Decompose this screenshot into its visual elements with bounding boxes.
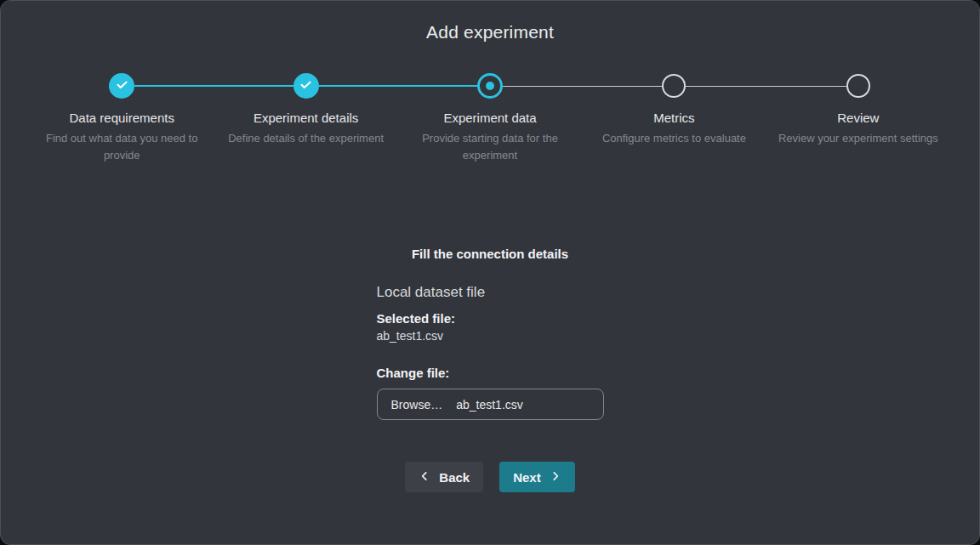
selected-file-label: Selected file: bbox=[377, 310, 604, 327]
step-label: Review bbox=[837, 110, 879, 126]
step-upcoming-indicator bbox=[846, 74, 870, 98]
chevron-left-icon bbox=[419, 470, 430, 485]
next-button[interactable]: Next bbox=[499, 462, 575, 492]
step-upcoming-indicator bbox=[662, 74, 686, 98]
wizard-stepper: Data requirements Find out what data you… bbox=[1, 72, 979, 164]
step-track bbox=[582, 72, 766, 99]
check-icon bbox=[115, 77, 129, 95]
browse-button[interactable]: Browse… bbox=[391, 398, 443, 412]
change-file-label: Change file: bbox=[377, 365, 604, 382]
step-track bbox=[30, 72, 214, 99]
dialog-title: Add experiment bbox=[1, 20, 979, 45]
next-button-label: Next bbox=[513, 470, 541, 485]
check-icon bbox=[299, 77, 313, 95]
file-input-filename: ab_test1.csv bbox=[456, 398, 523, 412]
step-label: Data requirements bbox=[70, 110, 174, 126]
step-review[interactable]: Review Review your experiment settings bbox=[766, 72, 950, 164]
step-description: Find out what data you need to provide bbox=[37, 130, 207, 164]
step-description: Review your experiment settings bbox=[778, 130, 938, 147]
dot-icon bbox=[486, 82, 494, 90]
step-label: Metrics bbox=[653, 110, 694, 126]
step-experiment-data[interactable]: Experiment data Provide starting data fo… bbox=[398, 72, 582, 164]
step-current-indicator bbox=[477, 73, 503, 99]
local-dataset-file-label: Local dataset file bbox=[377, 283, 604, 302]
step-description: Define details of the experiment bbox=[228, 130, 384, 147]
step-track bbox=[398, 72, 582, 99]
back-button[interactable]: Back bbox=[405, 462, 483, 492]
step-track bbox=[214, 72, 397, 99]
back-button-label: Back bbox=[439, 470, 470, 485]
selected-file-value: ab_test1.csv bbox=[377, 327, 604, 344]
add-experiment-dialog: Add experiment Data requirements Find ou… bbox=[0, 0, 980, 545]
step-data-requirements[interactable]: Data requirements Find out what data you… bbox=[30, 72, 214, 164]
step-description: Configure metrics to evaluate bbox=[602, 130, 746, 147]
step-label: Experiment details bbox=[254, 110, 358, 126]
step-experiment-details[interactable]: Experiment details Define details of the… bbox=[214, 72, 397, 164]
step-description: Provide starting data for the experiment bbox=[405, 130, 575, 164]
step-completed-indicator bbox=[293, 73, 319, 99]
step-metrics[interactable]: Metrics Configure metrics to evaluate bbox=[582, 72, 766, 164]
form-heading: Fill the connection details bbox=[377, 246, 604, 263]
chevron-right-icon bbox=[550, 470, 561, 485]
step-label: Experiment data bbox=[443, 110, 536, 126]
step-track bbox=[766, 72, 950, 99]
step-completed-indicator bbox=[109, 73, 134, 99]
experiment-data-form: Fill the connection details Local datase… bbox=[377, 246, 604, 492]
wizard-actions: Back Next bbox=[377, 462, 604, 492]
file-upload-input[interactable]: Browse… ab_test1.csv bbox=[377, 389, 604, 420]
